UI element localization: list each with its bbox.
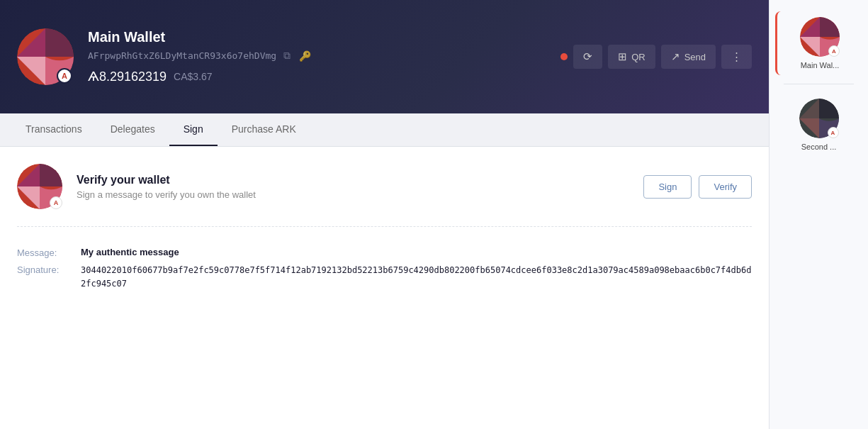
avatar-badge: A (57, 68, 72, 84)
verify-message-button[interactable]: Verify (699, 175, 752, 199)
signature-value: 3044022010f60677b9af7e2fc59c0778e7f5f714… (81, 264, 752, 291)
right-sidebar: A Main Wal... A Second ... (769, 0, 868, 429)
refresh-icon: ⟳ (583, 50, 592, 63)
wallet-address-row: AFrpwpRhGtxZ6LDyMtanCR93x6o7ehDVmg ⧉ 🔑 (88, 48, 546, 63)
wallet-info: Main Wallet AFrpwpRhGtxZ6LDyMtanCR93x6o7… (88, 29, 546, 84)
message-row: Message: My authentic message (17, 247, 752, 258)
qr-icon: ⊞ (618, 50, 627, 63)
tab-purchase-ark[interactable]: Purchase ARK (218, 113, 310, 146)
send-button[interactable]: ↗ Send (661, 45, 716, 69)
verify-avatar: A (17, 164, 62, 209)
sidebar-second-badge: A (828, 127, 839, 138)
verify-avatar-badge: A (50, 196, 62, 209)
message-label: Message: (17, 247, 81, 258)
tab-sign[interactable]: Sign (169, 113, 218, 146)
send-label: Send (684, 52, 706, 62)
wallet-name: Main Wallet (88, 29, 546, 45)
more-icon: ⋮ (731, 50, 742, 63)
wallet-header: A Main Wallet AFrpwpRhGtxZ6LDyMtanCR93x6… (0, 0, 769, 113)
sidebar-main-name: Main Wal... (801, 61, 840, 69)
verify-title: Verify your wallet (77, 174, 629, 186)
sidebar-wallet-second[interactable]: A Second ... (775, 93, 862, 157)
wallet-actions: ⟳ ⊞ QR ↗ Send ⋮ (560, 45, 752, 69)
wallet-balance: Ѧ8.29162319 CA$3.67 (88, 69, 546, 84)
verify-buttons: Sign Verify (643, 175, 752, 199)
verify-text: Verify your wallet Sign a message to ver… (77, 174, 629, 200)
qr-button[interactable]: ⊞ QR (608, 45, 655, 69)
message-value: My authentic message (81, 247, 752, 257)
qr-label: QR (631, 52, 646, 62)
connection-status-dot (560, 53, 568, 60)
sidebar-second-name: Second ... (801, 143, 837, 151)
sidebar-second-avatar: A (799, 99, 839, 138)
send-icon: ↗ (671, 50, 680, 63)
sidebar-main-avatar: A (800, 17, 840, 57)
sign-message-button[interactable]: Sign (643, 175, 692, 199)
copy-address-button[interactable]: ⧉ (282, 48, 292, 63)
balance-fiat: CA$3.67 (174, 71, 212, 82)
more-button[interactable]: ⋮ (721, 45, 752, 69)
message-section: Message: My authentic message Signature:… (17, 244, 752, 291)
content-area: A Verify your wallet Sign a message to v… (0, 147, 769, 429)
verify-desc: Sign a message to verify you own the wal… (77, 189, 629, 200)
wallet-address: AFrpwpRhGtxZ6LDyMtanCR93x6o7ehDVmg (88, 50, 276, 61)
key-button[interactable]: 🔑 (298, 49, 312, 63)
verify-section: A Verify your wallet Sign a message to v… (17, 164, 752, 227)
sidebar-divider (784, 84, 853, 84)
sidebar-main-badge: A (828, 45, 840, 57)
tab-transactions[interactable]: Transactions (11, 113, 96, 146)
signature-label: Signature: (17, 264, 81, 275)
balance-ark: Ѧ8.29162319 (88, 69, 167, 84)
refresh-button[interactable]: ⟳ (573, 45, 602, 69)
tabs-bar: Transactions Delegates Sign Purchase ARK (0, 113, 769, 147)
main-area: A Main Wallet AFrpwpRhGtxZ6LDyMtanCR93x6… (0, 0, 769, 429)
sidebar-wallet-main[interactable]: A Main Wal... (775, 11, 862, 75)
tab-delegates[interactable]: Delegates (96, 113, 169, 146)
signature-row: Signature: 3044022010f60677b9af7e2fc59c0… (17, 264, 752, 291)
wallet-avatar: A (17, 28, 74, 85)
